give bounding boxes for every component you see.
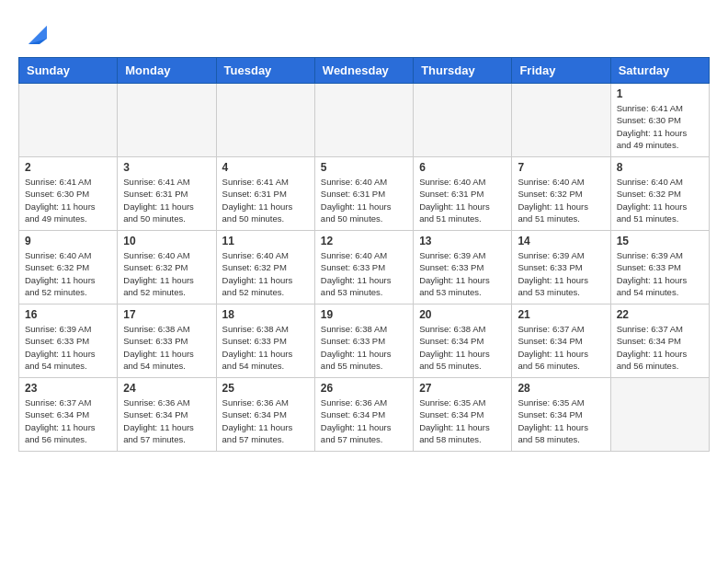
calendar-cell: 4Sunrise: 6:41 AM Sunset: 6:31 PM Daylig…	[216, 157, 314, 231]
day-number: 14	[518, 235, 604, 247]
day-number: 6	[419, 161, 506, 174]
calendar-cell: 11Sunrise: 6:40 AM Sunset: 6:32 PM Dayli…	[216, 231, 314, 304]
day-info: Sunrise: 6:41 AM Sunset: 6:30 PM Dayligh…	[25, 176, 111, 224]
day-info: Sunrise: 6:38 AM Sunset: 6:33 PM Dayligh…	[123, 323, 210, 372]
page-header	[18, 18, 710, 48]
day-number: 24	[123, 382, 210, 395]
day-info: Sunrise: 6:41 AM Sunset: 6:31 PM Dayligh…	[222, 176, 309, 224]
calendar-cell: 8Sunrise: 6:40 AM Sunset: 6:32 PM Daylig…	[610, 157, 709, 231]
day-number: 16	[25, 308, 111, 321]
logo	[18, 18, 51, 48]
calendar-day-header: Friday	[512, 58, 610, 84]
calendar-cell	[512, 84, 610, 157]
calendar-cell: 23Sunrise: 6:37 AM Sunset: 6:34 PM Dayli…	[19, 378, 118, 452]
day-number: 23	[25, 382, 111, 395]
day-info: Sunrise: 6:36 AM Sunset: 6:34 PM Dayligh…	[123, 396, 210, 445]
calendar-cell: 9Sunrise: 6:40 AM Sunset: 6:32 PM Daylig…	[19, 231, 118, 304]
day-number: 9	[25, 235, 111, 247]
calendar-cell: 7Sunrise: 6:40 AM Sunset: 6:32 PM Daylig…	[512, 157, 610, 231]
day-info: Sunrise: 6:40 AM Sunset: 6:32 PM Dayligh…	[25, 249, 111, 298]
calendar-cell: 13Sunrise: 6:39 AM Sunset: 6:33 PM Dayli…	[414, 231, 512, 304]
day-number: 25	[222, 382, 309, 395]
calendar-cell: 26Sunrise: 6:36 AM Sunset: 6:34 PM Dayli…	[314, 378, 413, 452]
calendar-cell: 1Sunrise: 6:41 AM Sunset: 6:30 PM Daylig…	[610, 84, 709, 157]
day-info: Sunrise: 6:36 AM Sunset: 6:34 PM Dayligh…	[321, 396, 407, 445]
day-info: Sunrise: 6:38 AM Sunset: 6:33 PM Dayligh…	[321, 323, 407, 372]
day-info: Sunrise: 6:36 AM Sunset: 6:34 PM Dayligh…	[222, 396, 309, 445]
calendar-cell: 12Sunrise: 6:40 AM Sunset: 6:33 PM Dayli…	[314, 231, 413, 304]
calendar-day-header: Wednesday	[314, 58, 413, 84]
calendar-week-row: 16Sunrise: 6:39 AM Sunset: 6:33 PM Dayli…	[19, 304, 710, 378]
day-info: Sunrise: 6:40 AM Sunset: 6:31 PM Dayligh…	[321, 176, 407, 224]
calendar-cell	[314, 84, 413, 157]
calendar-cell	[118, 84, 216, 157]
day-number: 3	[123, 161, 210, 174]
day-info: Sunrise: 6:40 AM Sunset: 6:31 PM Dayligh…	[419, 176, 506, 224]
day-number: 20	[419, 308, 506, 321]
day-number: 26	[321, 382, 407, 395]
calendar-table: SundayMondayTuesdayWednesdayThursdayFrid…	[18, 57, 710, 452]
day-number: 4	[222, 161, 309, 174]
calendar-cell: 27Sunrise: 6:35 AM Sunset: 6:34 PM Dayli…	[414, 378, 512, 452]
calendar-cell: 5Sunrise: 6:40 AM Sunset: 6:31 PM Daylig…	[314, 157, 413, 231]
day-info: Sunrise: 6:38 AM Sunset: 6:33 PM Dayligh…	[222, 323, 309, 372]
calendar-cell: 19Sunrise: 6:38 AM Sunset: 6:33 PM Dayli…	[314, 304, 413, 378]
calendar-cell: 25Sunrise: 6:36 AM Sunset: 6:34 PM Dayli…	[216, 378, 314, 452]
day-info: Sunrise: 6:35 AM Sunset: 6:34 PM Dayligh…	[419, 396, 506, 445]
calendar-cell: 21Sunrise: 6:37 AM Sunset: 6:34 PM Dayli…	[512, 304, 610, 378]
calendar-week-row: 23Sunrise: 6:37 AM Sunset: 6:34 PM Dayli…	[19, 378, 710, 452]
day-info: Sunrise: 6:40 AM Sunset: 6:32 PM Dayligh…	[123, 249, 210, 298]
day-info: Sunrise: 6:38 AM Sunset: 6:34 PM Dayligh…	[419, 323, 506, 372]
day-number: 10	[123, 235, 210, 247]
day-info: Sunrise: 6:39 AM Sunset: 6:33 PM Dayligh…	[617, 249, 703, 298]
calendar-day-header: Sunday	[19, 58, 118, 84]
calendar-day-header: Monday	[118, 58, 216, 84]
calendar-cell	[19, 84, 118, 157]
calendar-cell: 14Sunrise: 6:39 AM Sunset: 6:33 PM Dayli…	[512, 231, 610, 304]
day-info: Sunrise: 6:41 AM Sunset: 6:31 PM Dayligh…	[123, 176, 210, 224]
day-info: Sunrise: 6:37 AM Sunset: 6:34 PM Dayligh…	[518, 323, 604, 372]
day-info: Sunrise: 6:40 AM Sunset: 6:32 PM Dayligh…	[617, 176, 703, 224]
day-number: 7	[518, 161, 604, 174]
svg-marker-1	[28, 26, 47, 44]
day-number: 22	[617, 308, 703, 321]
calendar-cell: 17Sunrise: 6:38 AM Sunset: 6:33 PM Dayli…	[118, 304, 216, 378]
day-info: Sunrise: 6:40 AM Sunset: 6:33 PM Dayligh…	[321, 249, 407, 298]
day-info: Sunrise: 6:39 AM Sunset: 6:33 PM Dayligh…	[419, 249, 506, 298]
calendar-day-header: Saturday	[610, 58, 709, 84]
day-number: 18	[222, 308, 309, 321]
calendar-header-row: SundayMondayTuesdayWednesdayThursdayFrid…	[19, 58, 710, 84]
day-number: 1	[617, 87, 703, 100]
calendar-body: 1Sunrise: 6:41 AM Sunset: 6:30 PM Daylig…	[19, 84, 710, 452]
calendar-cell: 6Sunrise: 6:40 AM Sunset: 6:31 PM Daylig…	[414, 157, 512, 231]
day-info: Sunrise: 6:37 AM Sunset: 6:34 PM Dayligh…	[25, 396, 111, 445]
calendar-week-row: 2Sunrise: 6:41 AM Sunset: 6:30 PM Daylig…	[19, 157, 710, 231]
calendar-cell: 24Sunrise: 6:36 AM Sunset: 6:34 PM Dayli…	[118, 378, 216, 452]
calendar-cell: 20Sunrise: 6:38 AM Sunset: 6:34 PM Dayli…	[414, 304, 512, 378]
day-info: Sunrise: 6:40 AM Sunset: 6:32 PM Dayligh…	[222, 249, 309, 298]
day-number: 2	[25, 161, 111, 174]
calendar-day-header: Tuesday	[216, 58, 314, 84]
day-number: 8	[617, 161, 703, 174]
calendar-week-row: 9Sunrise: 6:40 AM Sunset: 6:32 PM Daylig…	[19, 231, 710, 304]
calendar-cell: 16Sunrise: 6:39 AM Sunset: 6:33 PM Dayli…	[19, 304, 118, 378]
calendar-cell: 18Sunrise: 6:38 AM Sunset: 6:33 PM Dayli…	[216, 304, 314, 378]
calendar-cell: 15Sunrise: 6:39 AM Sunset: 6:33 PM Dayli…	[610, 231, 709, 304]
day-number: 11	[222, 235, 309, 247]
day-number: 12	[321, 235, 407, 247]
calendar-cell: 2Sunrise: 6:41 AM Sunset: 6:30 PM Daylig…	[19, 157, 118, 231]
calendar-cell	[414, 84, 512, 157]
day-info: Sunrise: 6:41 AM Sunset: 6:30 PM Dayligh…	[617, 102, 703, 151]
calendar-cell: 28Sunrise: 6:35 AM Sunset: 6:34 PM Dayli…	[512, 378, 610, 452]
day-info: Sunrise: 6:40 AM Sunset: 6:32 PM Dayligh…	[518, 176, 604, 224]
day-info: Sunrise: 6:35 AM Sunset: 6:34 PM Dayligh…	[518, 396, 604, 445]
logo-icon	[21, 18, 51, 48]
day-number: 28	[518, 382, 604, 395]
day-info: Sunrise: 6:39 AM Sunset: 6:33 PM Dayligh…	[518, 249, 604, 298]
calendar-cell: 3Sunrise: 6:41 AM Sunset: 6:31 PM Daylig…	[118, 157, 216, 231]
calendar-week-row: 1Sunrise: 6:41 AM Sunset: 6:30 PM Daylig…	[19, 84, 710, 157]
day-number: 17	[123, 308, 210, 321]
calendar-cell	[610, 378, 709, 452]
day-number: 5	[321, 161, 407, 174]
day-info: Sunrise: 6:39 AM Sunset: 6:33 PM Dayligh…	[25, 323, 111, 372]
